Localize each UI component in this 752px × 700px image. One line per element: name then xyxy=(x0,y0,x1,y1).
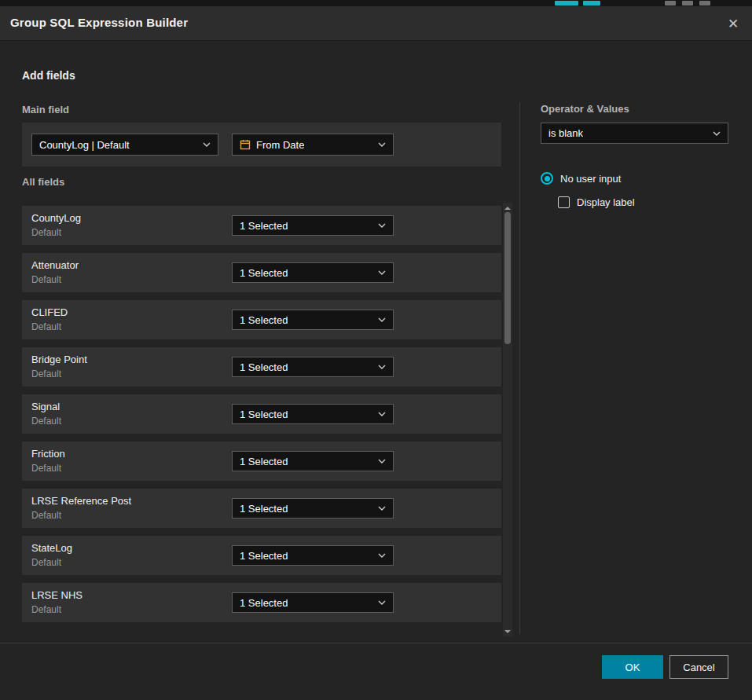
chevron-down-icon xyxy=(203,142,211,147)
field-name: Signal xyxy=(31,401,60,412)
field-type-label: Default xyxy=(31,604,61,615)
radio-selected-icon[interactable] xyxy=(541,172,553,185)
main-field-label: Main field xyxy=(22,104,69,115)
main-field-panel: CountyLog | Default F xyxy=(22,123,501,167)
field-selection-dropdown[interactable]: 1 Selected xyxy=(232,215,394,236)
field-type-label: Default xyxy=(31,227,61,238)
calendar-icon xyxy=(240,139,251,150)
field-selection-value: 1 Selected xyxy=(240,220,288,232)
operator-values-heading: Operator & Values xyxy=(541,103,629,115)
display-label-label: Display label xyxy=(577,196,635,208)
field-type-label: Default xyxy=(31,557,61,568)
ok-button[interactable]: OK xyxy=(602,655,663,679)
field-type-label: Default xyxy=(31,510,61,521)
all-fields-list: CountyLog Default 1 Selected Attenuator … xyxy=(22,206,501,630)
field-selection-dropdown[interactable]: 1 Selected xyxy=(232,310,394,330)
field-type-label: Default xyxy=(31,321,61,332)
field-name: Friction xyxy=(31,448,65,460)
field-selection-value: 1 Selected xyxy=(240,314,288,326)
field-selection-dropdown[interactable]: 1 Selected xyxy=(232,262,394,283)
field-name: LRSE Reference Post xyxy=(31,495,131,507)
scroll-up-icon[interactable] xyxy=(503,203,512,212)
field-selection-dropdown[interactable]: 1 Selected xyxy=(232,545,394,566)
chevron-down-icon xyxy=(378,459,386,464)
field-selection-value: 1 Selected xyxy=(240,503,288,515)
field-selection-dropdown[interactable]: 1 Selected xyxy=(232,592,394,613)
field-selection-value: 1 Selected xyxy=(240,597,288,609)
all-fields-scrollbar[interactable] xyxy=(503,203,512,636)
background-app-artifact xyxy=(682,1,693,5)
no-user-input-radio[interactable]: No user input xyxy=(541,172,621,185)
operator-value: is blank xyxy=(548,127,583,139)
chevron-down-icon xyxy=(378,270,386,275)
field-selection-dropdown[interactable]: 1 Selected xyxy=(232,404,394,424)
main-field-source-dropdown[interactable]: CountyLog | Default xyxy=(31,134,218,156)
chevron-down-icon xyxy=(378,223,386,228)
no-user-input-label: No user input xyxy=(560,173,621,185)
screenshot-stage: Group SQL Expression Builder ✕ Add field… xyxy=(0,0,752,700)
checkbox-unchecked-icon[interactable] xyxy=(558,196,570,208)
field-type-label: Default xyxy=(31,463,61,474)
field-row: LRSE NHS Default 1 Selected xyxy=(22,583,501,622)
field-row: StateLog Default 1 Selected xyxy=(22,536,501,575)
field-name: CLIFED xyxy=(31,306,68,318)
field-type-label: Default xyxy=(31,416,61,427)
field-name: LRSE NHS xyxy=(31,589,83,601)
chevron-down-icon xyxy=(378,506,386,511)
field-selection-value: 1 Selected xyxy=(240,456,288,467)
chevron-down-icon xyxy=(378,365,386,369)
field-selection-value: 1 Selected xyxy=(240,550,288,562)
field-selection-dropdown[interactable]: 1 Selected xyxy=(232,357,394,377)
display-label-checkbox[interactable]: Display label xyxy=(558,196,635,208)
panel-divider xyxy=(519,102,520,634)
background-app-artifact xyxy=(555,1,578,5)
group-sql-expression-builder-dialog: Group SQL Expression Builder ✕ Add field… xyxy=(0,6,752,700)
field-name: Bridge Point xyxy=(31,354,87,365)
background-app-artifact xyxy=(583,1,600,5)
field-selection-dropdown[interactable]: 1 Selected xyxy=(232,451,394,471)
field-type-label: Default xyxy=(31,274,61,285)
field-row: Bridge Point Default 1 Selected xyxy=(22,347,501,387)
field-selection-value: 1 Selected xyxy=(240,361,288,373)
main-field-field-dropdown[interactable]: From Date xyxy=(232,134,394,156)
field-name: Attenuator xyxy=(31,259,79,271)
field-selection-dropdown[interactable]: 1 Selected xyxy=(232,498,394,519)
field-row: Attenuator Default 1 Selected xyxy=(22,253,501,292)
scrollbar-thumb[interactable] xyxy=(504,212,511,344)
chevron-down-icon xyxy=(378,600,386,605)
dialog-titlebar: Group SQL Expression Builder ✕ xyxy=(0,6,752,41)
background-app-strip xyxy=(0,0,752,6)
add-fields-heading: Add fields xyxy=(22,69,75,82)
field-row: Friction Default 1 Selected xyxy=(22,442,501,481)
field-type-label: Default xyxy=(31,368,61,379)
field-name: StateLog xyxy=(31,542,72,554)
cancel-button[interactable]: Cancel xyxy=(669,655,728,679)
field-row: CountyLog Default 1 Selected xyxy=(22,206,501,245)
field-selection-value: 1 Selected xyxy=(240,267,288,279)
footer-divider xyxy=(0,643,752,643)
close-icon[interactable]: ✕ xyxy=(724,14,743,33)
scroll-down-icon[interactable] xyxy=(503,627,512,636)
field-row: CLIFED Default 1 Selected xyxy=(22,300,501,339)
background-app-artifact xyxy=(665,1,676,5)
field-row: LRSE Reference Post Default 1 Selected xyxy=(22,489,501,528)
operator-dropdown[interactable]: is blank xyxy=(541,123,728,144)
chevron-down-icon xyxy=(378,412,386,416)
field-row: Signal Default 1 Selected xyxy=(22,394,501,434)
chevron-down-icon xyxy=(713,131,721,136)
main-field-field-value: From Date xyxy=(256,139,304,151)
main-field-source-value: CountyLog | Default xyxy=(39,139,130,151)
chevron-down-icon xyxy=(378,142,386,147)
all-fields-label: All fields xyxy=(22,176,64,188)
dialog-title: Group SQL Expression Builder xyxy=(10,16,188,29)
field-name: CountyLog xyxy=(31,212,81,224)
field-selection-value: 1 Selected xyxy=(240,409,288,420)
chevron-down-icon xyxy=(378,317,386,322)
background-app-artifact xyxy=(699,1,710,5)
chevron-down-icon xyxy=(378,553,386,558)
